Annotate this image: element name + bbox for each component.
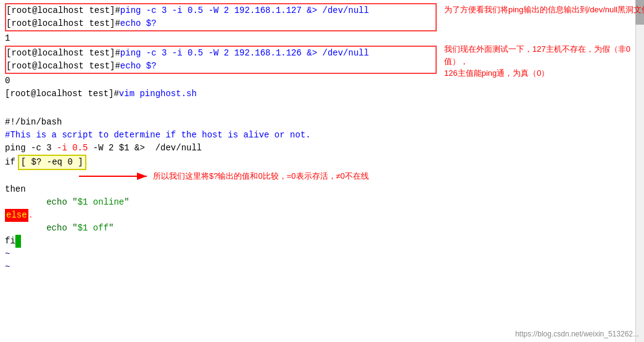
echo-online-line: echo "$1 online"	[5, 196, 639, 209]
annotation-test: 我们现在外面测试一下，127主机不存在，为假（非0值）， 126主值能ping通…	[444, 43, 644, 79]
fi-line: fi█	[5, 235, 639, 248]
if-keyword: if	[5, 156, 15, 169]
prompt-4: [root@localhost test]#	[6, 60, 120, 73]
tilde-1: ~	[5, 248, 10, 261]
ping-code-text: ping -c 3 -i 0.5 -W 2 $1 &> /dev/null	[5, 142, 202, 155]
line-echo1: [root@localhost test]#echo $?	[6, 17, 436, 30]
else-line: else.	[5, 209, 639, 222]
line-ping127: [root@localhost test]#ping -c 3 -i 0.5 -…	[6, 4, 436, 17]
arrow-row: 所以我们这里将$?输出的值和0比较，=0表示存活，≠0不在线	[5, 170, 639, 183]
tilde-line-2: ~	[5, 261, 639, 274]
ping-code-line: ping -c 3 -i 0.5 -W 2 $1 &> /dev/null	[5, 142, 639, 155]
ping-127-section: [root@localhost test]#ping -c 3 -i 0.5 -…	[5, 3, 437, 31]
if-line: if [ $? -eq 0 ]	[5, 155, 639, 170]
cmd-echo1: echo $?	[120, 17, 157, 30]
shebang-text: #!/bin/bash	[5, 116, 62, 129]
url-bar: https://blog.csdn.net/weixin_513262...	[515, 328, 639, 340]
else-dot: .	[28, 209, 33, 222]
fi-text: fi	[5, 235, 15, 248]
empty-line-1	[5, 100, 639, 113]
tilde-2: ~	[5, 261, 10, 274]
annotation-compare: 所以我们这里将$?输出的值和0比较，=0表示存活，≠0不在线	[153, 171, 369, 181]
ping-126-section: [root@localhost test]#ping -c 3 -i 0.5 -…	[5, 46, 437, 74]
if-condition: [ $? -eq 0 ]	[18, 155, 86, 170]
cmd-ping126: ping -c 3 -i 0.5 -W 2 192.168.1.126 &> /…	[120, 47, 369, 60]
echo-off-line: echo "$1 off"	[5, 222, 639, 235]
comment-line: #This is a script to determine if the ho…	[5, 129, 639, 142]
echo-off-text: echo "$1 off"	[5, 222, 114, 235]
prompt-1: [root@localhost test]#	[6, 4, 120, 17]
output-value-2: 0	[5, 75, 10, 88]
then-keyword: then	[5, 183, 26, 196]
cmd-echo2: echo $?	[120, 60, 157, 73]
terminal-window: [root@localhost test]#ping -c 3 -i 0.5 -…	[0, 0, 644, 342]
annotation-devnull: 为了方便看我们将ping输出的信息输出到/dev/null黑洞文件	[444, 4, 644, 16]
then-line: then	[5, 183, 639, 196]
prompt-5: [root@localhost test]#	[5, 88, 119, 100]
comment-text: #This is a script to determine if the ho…	[5, 129, 311, 142]
line-echo2: [root@localhost test]#echo $?	[6, 60, 436, 73]
line-ping126: [root@localhost test]#ping -c 3 -i 0.5 -…	[6, 47, 436, 60]
prompt-3: [root@localhost test]#	[6, 47, 120, 60]
cursor-block: █	[15, 235, 21, 248]
code-block: #!/bin/bash #This is a script to determi…	[5, 116, 639, 274]
prompt-2: [root@localhost test]#	[6, 17, 120, 30]
line-vim: [root@localhost test]#vim pinghost.sh	[5, 88, 639, 100]
tilde-line-1: ~	[5, 248, 639, 261]
echo-online-text: echo "$1 online"	[5, 196, 130, 209]
cmd-vim: vim pinghost.sh	[119, 88, 197, 100]
output-value-1: 1	[5, 32, 10, 45]
else-keyword: else	[5, 209, 28, 222]
shebang-line: #!/bin/bash	[5, 116, 639, 129]
cmd-ping127: ping -c 3 -i 0.5 -W 2 192.168.1.127 &> /…	[120, 4, 369, 17]
